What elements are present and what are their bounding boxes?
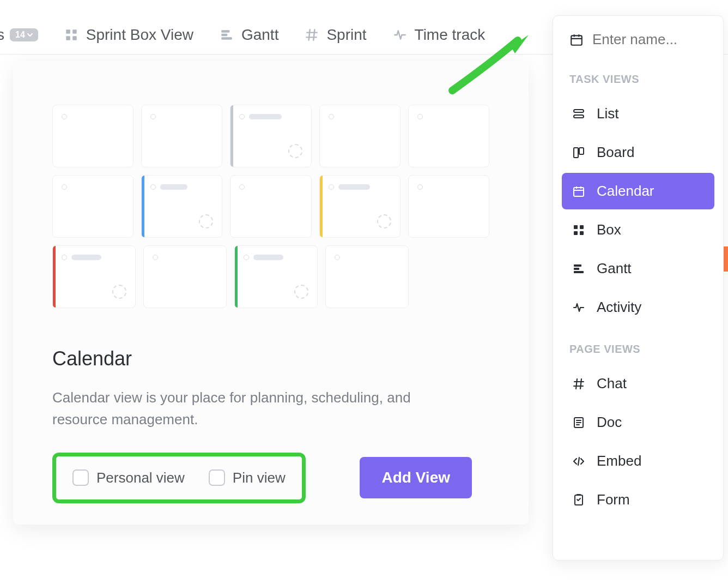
view-option-label: Activity [597,299,641,316]
svg-rect-9 [574,115,584,118]
illus-card [319,175,401,238]
gantt-icon [572,262,586,275]
view-option-embed[interactable]: Embed [562,443,714,479]
illus-card [408,105,489,167]
view-name-input[interactable] [592,31,707,48]
tab-label: Gantt [241,26,278,44]
tab-label: Sprint Box View [86,26,193,44]
svg-rect-7 [571,35,582,45]
grid-icon [64,28,78,42]
illus-card [325,245,409,308]
view-option-label: Form [597,491,630,508]
tab-sprint[interactable]: Sprint [305,26,366,44]
checkbox-icon[interactable] [72,469,89,486]
section-header-page-views: PAGE VIEWS [562,328,714,363]
view-preview-modal: Calendar Calendar view is your place for… [13,61,529,525]
calendar-icon [569,33,584,47]
tab-gantt[interactable]: Gantt [220,26,278,44]
name-input-row [562,31,714,58]
modal-footer: Personal view Pin view Add View [52,453,489,503]
view-option-label: Gantt [597,260,632,277]
view-option-form[interactable]: Form [562,481,714,518]
form-icon [572,493,586,507]
svg-rect-5 [221,33,227,35]
board-icon [572,146,586,159]
illus-card [141,105,222,167]
svg-rect-18 [574,268,579,270]
view-option-label: List [597,105,618,122]
illus-card [230,175,311,238]
gantt-icon [220,28,234,42]
svg-rect-19 [574,271,584,273]
view-option-gantt[interactable]: Gantt [562,250,714,287]
view-option-label: Box [597,221,621,238]
view-option-label: Calendar [597,183,654,200]
tab-partial[interactable]: s 14 [0,26,38,44]
tab-partial-suffix: s [0,26,4,44]
illus-card [230,105,311,167]
svg-rect-8 [574,110,584,112]
svg-rect-0 [66,29,70,34]
svg-rect-10 [574,148,578,158]
view-option-chat[interactable]: Chat [562,365,714,402]
tab-label: Time track [415,26,486,44]
svg-rect-13 [574,225,578,229]
add-view-button[interactable]: Add View [360,457,472,498]
view-title: Calendar [52,347,489,370]
view-option-label: Embed [597,453,641,469]
tab-time-track[interactable]: Time track [393,26,486,44]
hash-icon [305,28,319,42]
chevron-down-icon [27,32,33,38]
tab-label: Sprint [326,26,366,44]
svg-rect-11 [579,148,584,154]
view-option-activity[interactable]: Activity [562,289,714,326]
view-option-label: Doc [597,414,622,431]
activity-icon [572,301,586,314]
svg-rect-1 [72,29,77,34]
badge-count-value: 14 [15,30,25,40]
illus-card [52,245,136,308]
view-option-list[interactable]: List [562,95,714,132]
svg-rect-6 [221,37,232,39]
embed-icon [572,455,586,468]
illus-card [408,175,489,238]
svg-rect-15 [574,231,578,235]
section-header-task-views: TASK VIEWS [562,58,714,93]
tab-sprint-box-view[interactable]: Sprint Box View [64,26,193,44]
illus-card [234,245,318,308]
illus-card [52,175,134,238]
calendar-illustration [52,105,489,308]
illus-card [319,105,401,167]
list-icon [572,107,586,121]
personal-view-option[interactable]: Personal view [72,469,185,486]
personal-view-label: Personal view [96,469,185,486]
view-option-label: Chat [597,375,627,392]
hash-icon [572,377,586,390]
svg-rect-16 [580,231,584,235]
view-description: Calendar view is your place for planning… [52,387,445,431]
illus-card [143,245,227,308]
activity-icon [393,28,407,42]
svg-rect-12 [574,188,584,196]
calendar-icon [572,185,586,198]
svg-rect-4 [221,30,229,32]
pin-view-option[interactable]: Pin view [209,469,286,486]
view-option-calendar[interactable]: Calendar [562,173,714,209]
svg-rect-17 [574,264,581,267]
view-type-dropdown: TASK VIEWS List Board Calendar Box Gantt [553,15,724,561]
doc-icon [572,416,586,429]
illus-card [52,105,134,167]
options-highlight: Personal view Pin view [52,453,306,503]
svg-rect-2 [66,36,70,40]
view-option-board[interactable]: Board [562,134,714,171]
illus-card [141,175,222,238]
count-badge[interactable]: 14 [10,28,38,41]
view-option-label: Board [597,144,634,161]
view-option-doc[interactable]: Doc [562,404,714,441]
svg-rect-3 [72,36,77,40]
pin-view-label: Pin view [233,469,286,486]
grid-icon [572,224,586,237]
view-option-box[interactable]: Box [562,212,714,248]
checkbox-icon[interactable] [209,469,225,486]
svg-rect-14 [580,225,584,229]
